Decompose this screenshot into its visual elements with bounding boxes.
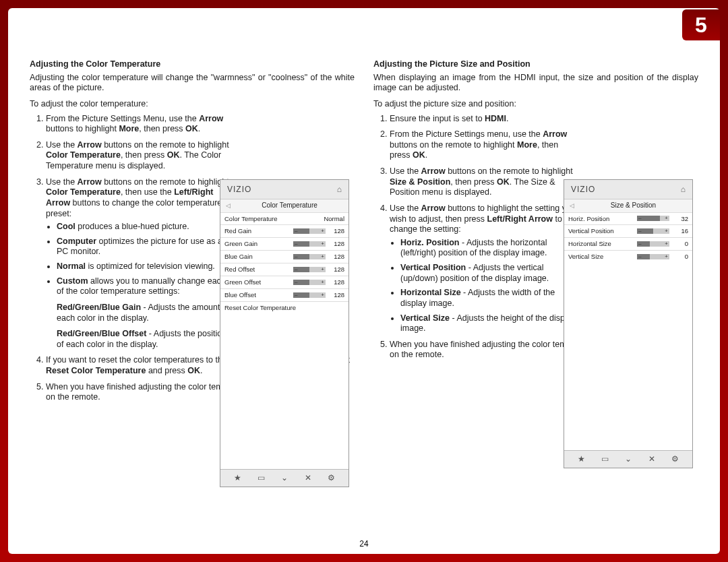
slider[interactable]	[637, 254, 669, 259]
para-sp-2: To adjust the picture size and position:	[373, 99, 698, 110]
osd-row-value: 0	[672, 240, 688, 248]
reset-color-temp[interactable]: Reset Color Temperature	[220, 301, 348, 314]
osd-row-value: 128	[328, 240, 344, 248]
osd-footer: ★▭⌄✕⚙	[564, 450, 692, 468]
bullet-computer: Computer optimizes the picture for use a…	[57, 237, 232, 257]
slider[interactable]	[637, 228, 669, 234]
slider[interactable]	[637, 216, 669, 221]
osd-row-label: Green Gain	[224, 240, 291, 248]
osd-row-value: 128	[328, 278, 344, 286]
osd-color-temperature: VIZIO ⌂ ◁Color Temperature Color Tempera…	[220, 179, 349, 487]
osd-size-position: VIZIO ⌂ ◁Size & Position Horiz. Position…	[564, 179, 693, 468]
home-icon[interactable]: ⌂	[337, 185, 342, 195]
osd-footer-icon[interactable]: ✕	[648, 454, 655, 464]
osd-footer-icon[interactable]: ⚙	[328, 473, 335, 483]
slider[interactable]	[637, 241, 669, 247]
osd-row-value: 16	[672, 227, 688, 235]
page-number: 24	[8, 539, 720, 549]
osd-footer-icon[interactable]: ⚙	[671, 454, 679, 464]
slider[interactable]	[293, 241, 326, 247]
para-ct-2: To adjust the color temperature:	[30, 99, 355, 110]
vizio-logo: VIZIO	[227, 185, 251, 195]
osd-row-value: 128	[328, 253, 344, 261]
osd-row-value: 128	[328, 291, 344, 299]
osd-rows: Horiz. Position32Vertical Position16Hori…	[564, 212, 692, 263]
osd-footer: ★▭⌄✕⚙	[220, 469, 348, 487]
osd-title: Color Temperature	[236, 201, 343, 210]
chapter-tab: 5	[682, 9, 720, 40]
bullet-horiz-pos: Horiz. Position - Adjusts the horizontal…	[400, 238, 576, 259]
vizio-logo: VIZIO	[571, 185, 595, 195]
osd-footer-icon[interactable]: ★	[234, 473, 241, 483]
slider[interactable]	[293, 228, 326, 234]
para-sp-1: When displaying an image from the HDMI i…	[373, 73, 698, 94]
osd-row[interactable]: Red Offset128	[220, 263, 348, 276]
osd-row[interactable]: Vertical Position16	[564, 224, 692, 237]
osd-row-label: Vertical Size	[568, 253, 634, 261]
heading-size-pos: Adjusting the Picture Size and Position	[373, 59, 698, 70]
osd-footer-icon[interactable]: ★	[578, 454, 585, 464]
osd-row-label: Blue Gain	[224, 253, 291, 261]
step-1: From the Picture Settings Menu, use the …	[46, 114, 235, 135]
bullet-vert-size: Vertical Size - Adjusts the height of th…	[400, 313, 576, 334]
right-column: Adjusting the Picture Size and Position …	[373, 59, 698, 408]
back-icon[interactable]: ◁	[570, 202, 574, 210]
osd-row[interactable]: Blue Gain128	[220, 250, 348, 263]
step-2: Use the Arrow buttons on the remote to h…	[46, 140, 235, 172]
osd-row[interactable]: Vertical Size0	[564, 250, 692, 263]
sp-step-4: Use the Arrow buttons to highlight the s…	[390, 204, 578, 334]
osd-row[interactable]: Green Offset128	[220, 276, 348, 288]
osd-footer-icon[interactable]: ⌄	[281, 473, 288, 483]
osd-row-value: 128	[328, 266, 344, 274]
osd-row[interactable]: Horizontal Size0	[564, 237, 692, 250]
osd-row[interactable]: Color TemperatureNormal	[220, 212, 348, 225]
osd-footer-icon[interactable]: ▭	[257, 473, 265, 483]
osd-row-value: Normal	[324, 215, 344, 223]
heading-color-temp: Adjusting the Color Temperature	[30, 59, 355, 70]
osd-row-label: Blue Offset	[224, 291, 291, 299]
osd-title: Size & Position	[580, 201, 687, 210]
slider[interactable]	[293, 292, 326, 298]
slider[interactable]	[293, 254, 326, 259]
step-3: Use the Arrow buttons on the remote to h…	[46, 177, 235, 350]
osd-footer-icon[interactable]: ⌄	[625, 454, 632, 464]
osd-row[interactable]: Horiz. Position32	[564, 212, 692, 225]
osd-row-label: Color Temperature	[224, 215, 324, 223]
osd-row-value: 0	[672, 253, 688, 261]
sub-offset: Red/Green/Blue Offset - Adjusts the posi…	[57, 329, 232, 350]
osd-row[interactable]: Green Gain128	[220, 237, 348, 250]
bullet-cool: Cool produces a blue-hued picture.	[57, 222, 232, 232]
bullet-vert-pos: Vertical Position - Adjusts the vertical…	[400, 263, 576, 284]
osd-footer-icon[interactable]: ✕	[305, 473, 311, 483]
osd-row[interactable]: Blue Offset128	[220, 288, 348, 301]
osd-row-value: 128	[328, 227, 344, 235]
osd-row-label: Green Offset	[224, 278, 291, 286]
osd-rows: Color TemperatureNormalRed Gain128Green …	[220, 212, 348, 301]
bullet-normal: Normal is optimized for television viewi…	[57, 261, 232, 272]
sp-step-3: Use the Arrow buttons on the remote to h…	[390, 166, 578, 198]
osd-row[interactable]: Red Gain128	[220, 224, 348, 237]
slider[interactable]	[293, 267, 326, 272]
osd-row-label: Horiz. Position	[568, 215, 634, 223]
page-sheet: Adjusting the Color Temperature Adjustin…	[8, 8, 720, 554]
osd-footer-icon[interactable]: ▭	[601, 454, 609, 464]
osd-row-value: 32	[672, 215, 688, 223]
left-column: Adjusting the Color Temperature Adjustin…	[30, 59, 355, 408]
bullet-custom: Custom allows you to manually change eac…	[57, 276, 232, 350]
sp-step-2: From the Picture Settings menu, use the …	[390, 129, 578, 161]
sp-step-1: Ensure the input is set to HDMI.	[390, 114, 578, 125]
home-icon[interactable]: ⌂	[681, 185, 686, 195]
back-icon[interactable]: ◁	[226, 202, 231, 210]
osd-row-label: Horizontal Size	[568, 240, 634, 248]
osd-row-label: Red Offset	[224, 266, 291, 274]
osd-row-label: Vertical Position	[568, 227, 634, 235]
sub-gain: Red/Green/Blue Gain - Adjusts the amount…	[57, 303, 232, 323]
slider[interactable]	[293, 280, 326, 285]
bullet-horiz-size: Horizontal Size - Adjusts the width of t…	[400, 288, 576, 309]
para-ct-1: Adjusting the color temperature will cha…	[30, 73, 355, 94]
osd-row-label: Red Gain	[224, 227, 291, 235]
page-background: 5 Adjusting the Color Temperature Adjust…	[0, 0, 728, 562]
